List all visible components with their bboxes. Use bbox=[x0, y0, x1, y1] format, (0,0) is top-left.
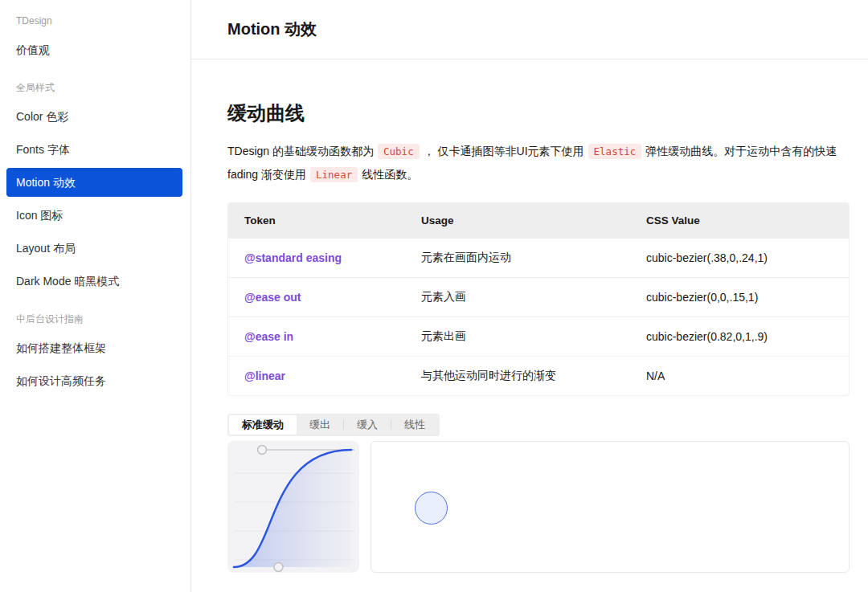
css-value-cell: cubic-bezier(0,0,.15,1) bbox=[630, 278, 849, 317]
app-root: TDesign 价值观 全局样式 Color 色彩 Fonts 字体 Motio… bbox=[0, 0, 868, 592]
table-header-row: Token Usage CSS Value bbox=[228, 203, 849, 239]
bezier-handle-bottom[interactable] bbox=[274, 563, 283, 572]
content-area: 缓动曲线 TDesign 的基础缓动函数都为Cubic， 仅卡通插图等非UI元素… bbox=[191, 101, 868, 573]
bezier-curve-svg bbox=[227, 441, 359, 573]
css-value-cell: cubic-bezier(.38,0,.24,1) bbox=[630, 239, 849, 278]
token-link-linear[interactable]: @linear bbox=[244, 369, 285, 382]
sidebar-item-motion[interactable]: Motion 动效 bbox=[6, 168, 182, 197]
easing-token-table: Token Usage CSS Value @standard easing 元… bbox=[227, 202, 850, 396]
intro-text-4: 线性函数。 bbox=[362, 168, 418, 181]
table-row: @ease out 元素入画 cubic-bezier(0,0,.15,1) bbox=[228, 278, 849, 317]
sidebar-item-values[interactable]: 价值观 bbox=[6, 35, 182, 64]
token-link-standard-easing[interactable]: @standard easing bbox=[244, 251, 342, 264]
sidebar-item-layout[interactable]: Layout 布局 bbox=[6, 234, 182, 263]
table-row: @standard easing 元素在画面内运动 cubic-bezier(.… bbox=[228, 239, 849, 278]
easing-demo-row bbox=[227, 441, 850, 573]
easing-demo-tabs: 标准缓动 缓出 缓入 线性 bbox=[227, 414, 440, 436]
css-value-cell: N/A bbox=[630, 357, 849, 396]
usage-cell: 元素在画面内运动 bbox=[405, 239, 630, 278]
sidebar-item-build-framework[interactable]: 如何搭建整体框架 bbox=[6, 333, 182, 362]
sidebar: TDesign 价值观 全局样式 Color 色彩 Fonts 字体 Motio… bbox=[0, 0, 191, 592]
usage-cell: 与其他运动同时进行的渐变 bbox=[405, 357, 630, 396]
sidebar-item-icon[interactable]: Icon 图标 bbox=[6, 201, 182, 230]
usage-cell: 元素出画 bbox=[405, 317, 630, 357]
main-content: Motion 动效 缓动曲线 TDesign 的基础缓动函数都为Cubic， 仅… bbox=[191, 0, 868, 592]
sidebar-group-label-global-styles: 全局样式 bbox=[0, 81, 182, 94]
column-header-css-value: CSS Value bbox=[630, 203, 849, 239]
section-heading: 缓动曲线 bbox=[227, 101, 850, 125]
bezier-curve-editor bbox=[227, 441, 359, 573]
column-header-token: Token bbox=[228, 203, 405, 239]
intro-text-2: ， 仅卡通插图等非UI元素下使用 bbox=[424, 145, 584, 157]
sidebar-item-dark-mode[interactable]: Dark Mode 暗黑模式 bbox=[6, 267, 182, 296]
token-link-ease-out[interactable]: @ease out bbox=[244, 291, 301, 304]
intro-paragraph: TDesign 的基础缓动函数都为Cubic， 仅卡通插图等非UI元素下使用El… bbox=[227, 140, 850, 186]
motion-demo-stage bbox=[371, 441, 850, 573]
tab-linear[interactable]: 线性 bbox=[391, 415, 438, 435]
sidebar-item-fonts[interactable]: Fonts 字体 bbox=[6, 135, 182, 164]
tab-standard-easing[interactable]: 标准缓动 bbox=[229, 415, 297, 435]
tab-ease-out[interactable]: 缓出 bbox=[297, 415, 343, 435]
tab-ease-in[interactable]: 缓入 bbox=[344, 415, 391, 435]
sidebar-item-design-tasks[interactable]: 如何设计高频任务 bbox=[6, 366, 182, 395]
column-header-usage: Usage bbox=[405, 203, 630, 239]
code-chip-linear: Linear bbox=[310, 167, 358, 182]
token-link-ease-in[interactable]: @ease in bbox=[244, 330, 293, 343]
sidebar-group-label-tdesign: TDesign bbox=[0, 14, 182, 27]
page-header: Motion 动效 bbox=[191, 0, 868, 59]
code-chip-elastic: Elastic bbox=[588, 144, 642, 159]
code-chip-cubic: Cubic bbox=[378, 144, 420, 159]
css-value-cell: cubic-bezier(0.82,0,1,.9) bbox=[630, 317, 849, 357]
intro-text-1: TDesign 的基础缓动函数都为 bbox=[227, 145, 374, 157]
motion-demo-ball bbox=[415, 492, 448, 525]
table-row: @linear 与其他运动同时进行的渐变 N/A bbox=[228, 357, 849, 396]
sidebar-item-color[interactable]: Color 色彩 bbox=[6, 102, 182, 131]
table-row: @ease in 元素出画 cubic-bezier(0.82,0,1,.9) bbox=[228, 317, 849, 357]
page-title: Motion 动效 bbox=[227, 18, 317, 40]
bezier-handle-top[interactable] bbox=[258, 446, 267, 455]
usage-cell: 元素入画 bbox=[405, 278, 630, 317]
curve-fill-area bbox=[234, 450, 351, 567]
sidebar-group-label-admin-guide: 中后台设计指南 bbox=[0, 312, 182, 325]
